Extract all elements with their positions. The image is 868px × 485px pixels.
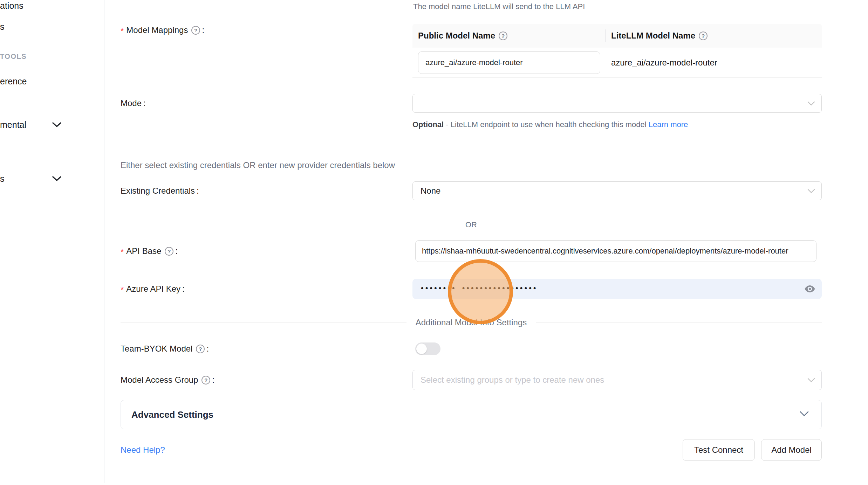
model-mappings-label: * Model Mappings ? : bbox=[121, 23, 204, 37]
mode-helper-text: Optional - LiteLLM endpoint to use when … bbox=[412, 118, 696, 132]
existing-credentials-value: None bbox=[421, 186, 440, 196]
mode-helper-bold: Optional bbox=[412, 120, 444, 129]
help-icon[interactable]: ? bbox=[165, 247, 173, 256]
eye-icon[interactable] bbox=[804, 285, 815, 293]
model-name-hint: The model name LiteLLM will send to the … bbox=[413, 2, 585, 11]
masked-password-dots: ••••••••••••••••• bbox=[462, 284, 538, 292]
chevron-down-icon bbox=[800, 411, 809, 418]
sidebar-section-label: TOOLS bbox=[0, 53, 27, 60]
column-header-public-model-name: Public Model Name ? bbox=[412, 31, 605, 41]
litellm-model-name-cell: azure_ai/azure-model-router bbox=[606, 58, 717, 68]
sidebar-item-label: s bbox=[0, 174, 5, 183]
sidebar-section-tools: TOOLS bbox=[0, 53, 27, 61]
model-access-group-label: Model Access Group ? : bbox=[121, 370, 214, 390]
table-row: azure_ai/azure-model-router bbox=[412, 48, 822, 78]
sidebar: ations s TOOLS erence mental s bbox=[0, 0, 104, 485]
advanced-settings-label: Advanced Settings bbox=[131, 409, 213, 420]
help-icon[interactable]: ? bbox=[499, 32, 507, 40]
team-byok-label: Team-BYOK Model ? : bbox=[121, 340, 209, 357]
sidebar-item-label: s bbox=[0, 22, 5, 32]
azure-api-key-input[interactable]: •••••••• ••••••••••••••••• bbox=[412, 279, 822, 299]
required-asterisk: * bbox=[121, 27, 124, 35]
model-mappings-header-row: Public Model Name ? LiteLLM Model Name ? bbox=[412, 24, 822, 48]
public-model-name-cell bbox=[412, 51, 606, 74]
sidebar-item[interactable]: mental bbox=[0, 120, 26, 130]
mode-label: Mode : bbox=[121, 94, 146, 113]
model-access-group-select[interactable]: Select existing groups or type to create… bbox=[412, 370, 822, 390]
credentials-note: Either select existing credentials OR en… bbox=[121, 160, 395, 170]
azure-api-key-label: * Azure API Key : bbox=[121, 279, 185, 299]
add-model-page: ations s TOOLS erence mental s The model… bbox=[0, 0, 868, 485]
learn-more-link[interactable]: Learn more bbox=[649, 120, 688, 129]
sidebar-divider bbox=[104, 0, 104, 483]
mode-select[interactable] bbox=[412, 94, 822, 113]
sidebar-item[interactable]: s bbox=[0, 174, 5, 184]
chevron-down-icon[interactable] bbox=[52, 176, 62, 183]
sidebar-item-label: ations bbox=[0, 1, 23, 11]
or-divider-text: OR bbox=[465, 220, 477, 229]
content-card-bottom-border bbox=[104, 483, 868, 483]
sidebar-item[interactable]: erence bbox=[0, 76, 27, 86]
advanced-settings-panel[interactable]: Advanced Settings bbox=[121, 400, 822, 429]
additional-settings-divider-text: Additional Model Info Settings bbox=[416, 318, 527, 327]
help-icon[interactable]: ? bbox=[191, 26, 200, 35]
column-header-litellm-model-name: LiteLLM Model Name ? bbox=[606, 31, 708, 41]
existing-credentials-select[interactable]: None bbox=[412, 181, 822, 200]
sidebar-item[interactable]: ations bbox=[0, 1, 23, 11]
add-model-button[interactable]: Add Model bbox=[761, 439, 822, 461]
public-model-name-input[interactable] bbox=[418, 51, 600, 74]
masked-password-dots: •••••••• bbox=[421, 284, 457, 292]
api-base-label: * API Base ? : bbox=[121, 240, 178, 262]
divider-line bbox=[121, 323, 406, 323]
sidebar-item-label: mental bbox=[0, 120, 26, 130]
model-access-group-placeholder: Select existing groups or type to create… bbox=[421, 375, 604, 385]
divider-line bbox=[536, 323, 822, 323]
test-connect-button[interactable]: Test Connect bbox=[683, 439, 755, 461]
need-help-link[interactable]: Need Help? bbox=[121, 439, 165, 461]
model-mappings-table: Public Model Name ? LiteLLM Model Name ?… bbox=[412, 24, 822, 78]
toggle-knob bbox=[416, 344, 427, 354]
chevron-down-icon bbox=[807, 98, 815, 108]
chevron-down-icon bbox=[807, 186, 815, 196]
chevron-down-icon[interactable] bbox=[52, 122, 62, 130]
sidebar-item-label: erence bbox=[0, 76, 27, 86]
chevron-down-icon bbox=[807, 375, 815, 385]
divider-line bbox=[486, 225, 822, 225]
sidebar-item[interactable]: s bbox=[0, 22, 5, 32]
help-icon[interactable]: ? bbox=[699, 32, 708, 40]
existing-credentials-label: Existing Credentials : bbox=[121, 181, 199, 200]
api-base-input[interactable] bbox=[415, 240, 816, 262]
team-byok-toggle[interactable] bbox=[415, 342, 440, 355]
or-divider: OR bbox=[121, 220, 822, 230]
required-asterisk: * bbox=[121, 248, 124, 256]
required-asterisk: * bbox=[121, 286, 124, 294]
help-icon[interactable]: ? bbox=[201, 376, 210, 384]
additional-settings-divider: Additional Model Info Settings bbox=[121, 317, 822, 328]
help-icon[interactable]: ? bbox=[196, 345, 205, 353]
divider-line bbox=[121, 225, 456, 225]
